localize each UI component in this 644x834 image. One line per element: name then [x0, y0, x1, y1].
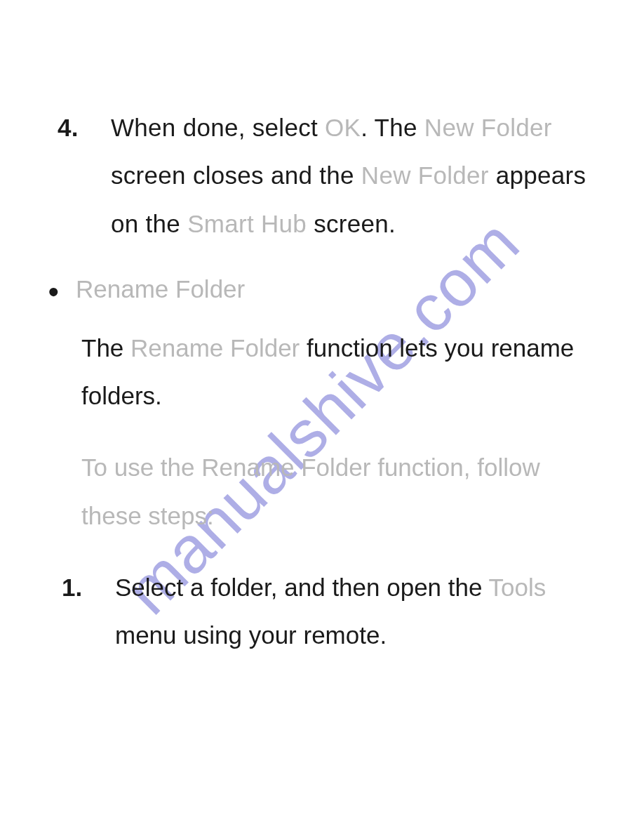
- manual-page: manualshive.com 4.When done, select OK. …: [0, 0, 644, 834]
- step4-t2: . The: [361, 114, 424, 141]
- ui-label-tools: Tools: [489, 574, 546, 601]
- page-content: 4.When done, select OK. The New Folder s…: [42, 104, 602, 659]
- section-title-rename-folder: Rename Folder: [76, 275, 245, 303]
- ui-label-new-folder-1: New Folder: [424, 114, 552, 141]
- ui-label-rename-folder: Rename Folder: [130, 334, 300, 362]
- bullet-dot-icon: ●: [48, 274, 76, 301]
- desc-a: The: [81, 334, 130, 362]
- step-4-text: 4.When done, select OK. The New Folder s…: [84, 104, 602, 248]
- step1-t2: menu using your remote.: [115, 621, 387, 649]
- step4-t1: When done, select: [111, 114, 325, 141]
- step1-t1: Select a folder, and then open the: [115, 574, 489, 601]
- bullet-heading-row: ● Rename Folder: [48, 274, 602, 303]
- step-1-text: 1.Select a folder, and then open the Too…: [88, 564, 602, 660]
- rename-folder-section: ● Rename Folder The Rename Folder functi…: [48, 274, 602, 660]
- rename-folder-description: The Rename Folder function lets you rena…: [81, 324, 602, 421]
- step-4: 4.When done, select OK. The New Folder s…: [84, 104, 602, 248]
- step-1-number: 1.: [88, 564, 115, 611]
- rename-folder-instruction: To use the Rename Folder function, follo…: [81, 444, 602, 540]
- ui-label-new-folder-2: New Folder: [361, 161, 489, 189]
- ui-label-ok: OK: [325, 114, 361, 141]
- step-1: 1.Select a folder, and then open the Too…: [88, 564, 602, 660]
- step4-t5: screen.: [307, 210, 396, 237]
- ui-label-smart-hub: Smart Hub: [187, 210, 307, 237]
- step4-t3: screen closes and the: [111, 161, 361, 189]
- step-4-number: 4.: [84, 104, 111, 152]
